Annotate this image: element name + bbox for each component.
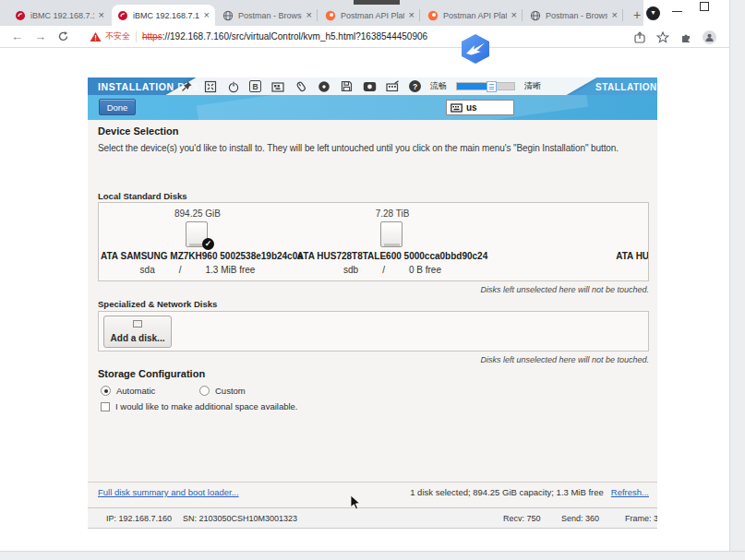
specialized-disks-label: Specialized & Network Disks (98, 299, 217, 309)
url-divider (136, 31, 137, 42)
disk-size: 894.25 GiB (101, 209, 294, 219)
disk-name: ATA HUS728T8TALE600 5000cca0bbd90c24 (295, 251, 489, 261)
additional-space-checkbox[interactable] (101, 402, 110, 411)
window-maximize-button[interactable] (700, 2, 709, 11)
b-key-icon[interactable]: B (249, 80, 261, 92)
disk-card-sdc[interactable]: 7 ATA HUS728T8TAL sdc (560, 209, 649, 275)
kvm-status-bar: IP: 192.168.7.160 SN: 2103050CSH10M30013… (88, 507, 657, 529)
disk-selected-check-icon: ✓ (202, 238, 214, 250)
installer-subheader-band (88, 95, 657, 120)
tab-label: Postman - Browse (546, 11, 607, 20)
tab-close-icon[interactable]: × (204, 10, 210, 20)
back-icon[interactable]: ← (11, 30, 23, 43)
tab-ibmc-1[interactable]: iBMC 192.168.7.16 × (9, 5, 110, 26)
radio-custom[interactable] (199, 386, 210, 396)
tab-label: Postman - Browse (238, 11, 302, 20)
share-icon[interactable] (633, 31, 646, 43)
quality-sharp-label: 清晰 (524, 80, 541, 92)
pin-icon[interactable] (180, 79, 194, 93)
mouse-icon[interactable] (294, 79, 307, 93)
screen-record-icon[interactable] (363, 79, 377, 93)
new-tab-button[interactable]: + (629, 6, 645, 23)
kvm-viewport: INSTALLATION DEST STALLATION B ? 流畅 清晰 D… (88, 77, 657, 529)
power-icon[interactable] (226, 79, 240, 93)
warning-triangle-icon (90, 31, 102, 42)
refresh-link[interactable]: Refresh... (611, 487, 649, 497)
disk-card-sdb[interactable]: 7.28 TiB ATA HUS728T8TALE600 5000cca0bbd… (295, 209, 489, 275)
url-rest: ://192.168.7.160/src/virtualControl/kvm_… (162, 31, 427, 42)
tab-close-icon[interactable]: × (99, 10, 104, 20)
disk-mount: / (382, 265, 385, 275)
device-selection-description: Select the device(s) you'd like to insta… (98, 141, 657, 156)
mouse-cursor-icon (349, 494, 362, 515)
profile-avatar[interactable] (703, 30, 716, 44)
specialized-disks-box: Add a disk... (98, 311, 649, 351)
keyboard-icon (451, 103, 463, 113)
disk-name: ATA HUS728T8TAL (560, 251, 649, 261)
help-icon[interactable]: ? (409, 80, 421, 92)
tab-postman-api-1[interactable]: Postman API Platfo × (319, 5, 420, 26)
tab-close-icon[interactable]: × (306, 10, 312, 20)
full-disk-summary-link[interactable]: Full disk summary and boot loader... (98, 487, 239, 497)
disk-dev: sdb (343, 265, 358, 275)
installer-footer: Full disk summary and boot loader... 1 d… (88, 482, 657, 506)
tab-label: iBMC 192.168.7.16 (30, 11, 94, 20)
selection-summary: 1 disk selected; 894.25 GiB capacity; 1.… (410, 487, 604, 497)
dove-hexagon-logo-icon[interactable] (459, 33, 492, 65)
disk-mount: / (179, 265, 182, 275)
status-frame: Frame: 30 (625, 514, 657, 523)
security-indicator[interactable]: 不安全 (90, 30, 130, 42)
desktop-bottom-strip (0, 551, 745, 560)
video-quality-slider[interactable] (456, 82, 515, 90)
window-minimize-button[interactable] (672, 3, 682, 12)
ibmc-favicon-icon (117, 10, 128, 21)
local-disks-box: 894.25 GiB ✓ ATA SAMSUNG MZ7KH960 500253… (98, 202, 649, 281)
forward-icon[interactable]: → (34, 30, 46, 43)
extensions-puzzle-icon[interactable] (679, 31, 692, 43)
disk-size: 7.28 TiB (295, 209, 489, 219)
address-bar: ← → 不安全 https://192.168.7.160/src/virtua… (0, 26, 729, 48)
save-icon[interactable] (340, 79, 354, 93)
radio-automatic[interactable] (101, 386, 111, 396)
key-combo-icon[interactable] (270, 79, 284, 93)
postman-favicon-icon (325, 10, 336, 21)
kvm-toolbar: B ? 流畅 清晰 (180, 77, 541, 95)
cd-rom-icon[interactable] (317, 79, 330, 93)
soft-keyboard-icon[interactable] (386, 79, 400, 93)
reload-icon[interactable] (57, 30, 69, 42)
fullscreen-icon[interactable] (203, 79, 217, 93)
keyboard-layout-indicator[interactable]: us (446, 100, 514, 115)
bookmark-star-icon[interactable] (656, 31, 669, 43)
tab-close-icon[interactable]: × (409, 10, 415, 20)
disk-dev: sda (140, 265, 155, 275)
tab-separator (419, 9, 420, 21)
tab-close-icon[interactable]: × (511, 10, 517, 20)
mini-disk-icon (133, 320, 142, 328)
disk-name: ATA SAMSUNG MZ7KH960 5002538e19b24c0a (101, 251, 294, 261)
device-selection-title: Device Selection (98, 125, 178, 137)
done-button[interactable]: Done (99, 99, 136, 115)
radio-custom-label: Custom (215, 386, 246, 396)
tab-postman-api-2[interactable]: Postman API Platfo × (422, 5, 523, 26)
globe-favicon-icon (530, 10, 541, 21)
storage-config-radios: Automatic Custom (101, 386, 246, 396)
url-text[interactable]: https://192.168.7.160/src/virtualControl… (142, 31, 427, 42)
slider-fill (457, 83, 490, 89)
browser-update-icon[interactable]: ▾ (646, 6, 660, 20)
tab-ibmc-2-active[interactable]: iBMC 192.168.7.16 × (112, 5, 215, 26)
quality-smooth-label: 流畅 (430, 80, 447, 92)
tab-separator (317, 9, 318, 21)
ibmc-favicon-icon (15, 10, 26, 21)
add-disk-button[interactable]: Add a disk... (103, 316, 172, 348)
disk-card-sda[interactable]: 894.25 GiB ✓ ATA SAMSUNG MZ7KH960 500253… (101, 209, 294, 275)
tab-separator (522, 9, 523, 21)
status-sn: SN: 2103050CSH10M3001323 (183, 514, 297, 523)
disk-size: 7 (560, 209, 649, 219)
storage-config-title: Storage Configuration (98, 368, 205, 379)
additional-space-label: I would like to make additional space av… (115, 401, 298, 411)
tab-postman-browse-2[interactable]: Postman - Browse × (524, 5, 623, 26)
slider-handle[interactable] (487, 81, 497, 92)
desktop-right-strip (729, 0, 745, 560)
tab-postman-browse-1[interactable]: Postman - Browse × (217, 5, 318, 26)
tab-close-icon[interactable]: × (612, 10, 618, 20)
